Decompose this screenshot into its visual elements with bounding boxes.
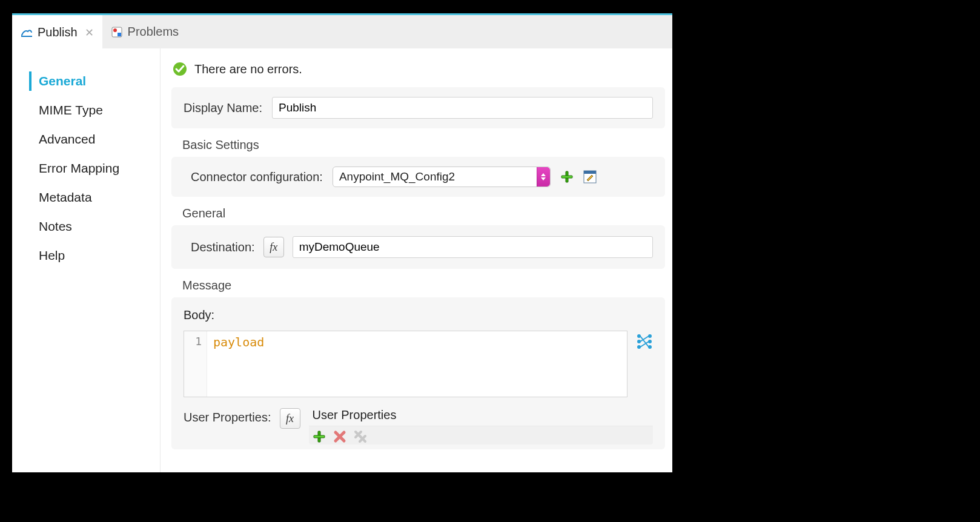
chevron-updown-icon: [537, 167, 550, 187]
user-properties-heading: User Properties: [313, 408, 654, 422]
svg-point-10: [638, 340, 640, 343]
code-gutter: 1: [184, 331, 207, 397]
svg-point-9: [638, 335, 640, 337]
body-label: Body:: [184, 308, 653, 322]
sidebar-item-metadata[interactable]: Metadata: [12, 183, 160, 212]
destination-input[interactable]: [293, 236, 653, 258]
delete-property-button[interactable]: [333, 430, 346, 443]
status-row: There are no errors.: [173, 62, 665, 76]
sidebar-item-label: Error Mapping: [39, 161, 119, 176]
svg-point-14: [649, 346, 651, 348]
display-name-label: Display Name:: [184, 101, 262, 115]
tab-publish-label: Publish: [38, 25, 78, 39]
fx-toggle-destination[interactable]: fx: [263, 237, 284, 257]
tab-publish[interactable]: Publish ✕: [12, 15, 102, 48]
user-properties-toolbar-box: [309, 426, 654, 444]
add-property-button[interactable]: [313, 430, 326, 443]
sidebar-item-label: Metadata: [39, 190, 92, 205]
code-token: payload: [213, 335, 264, 349]
display-name-input[interactable]: [272, 97, 653, 119]
display-name-panel: Display Name:: [171, 87, 665, 128]
publish-icon: [21, 27, 33, 39]
body-code-wrap: 1 payload: [184, 331, 653, 397]
connector-config-label: Connector configuration:: [191, 170, 323, 184]
body-code-editor[interactable]: 1 payload: [184, 331, 627, 397]
code-content: payload: [207, 331, 270, 397]
general-panel: Destination: fx: [171, 225, 665, 269]
sidebar-item-error-mapping[interactable]: Error Mapping: [12, 154, 160, 183]
content-area: There are no errors. Display Name: Basic…: [161, 48, 672, 472]
problems-icon: [111, 26, 123, 38]
svg-point-11: [638, 346, 640, 348]
check-icon: [173, 62, 187, 76]
tab-problems[interactable]: Problems: [102, 15, 187, 48]
svg-rect-16: [314, 435, 325, 438]
sidebar-item-help[interactable]: Help: [12, 241, 160, 270]
basic-settings-panel: Connector configuration: Anypoint_MQ_Con…: [171, 157, 665, 197]
message-panel: Body: 1 payload User Properties: fx User…: [171, 297, 665, 449]
fx-toggle-user-properties[interactable]: fx: [280, 408, 300, 429]
svg-point-2: [113, 28, 117, 32]
svg-point-12: [649, 335, 651, 337]
sidebar-item-label: Help: [39, 248, 65, 263]
add-config-button[interactable]: [560, 170, 574, 183]
svg-rect-6: [561, 176, 572, 178]
destination-label: Destination:: [191, 240, 255, 254]
work-area: General MIME Type Advanced Error Mapping…: [12, 48, 672, 472]
status-text: There are no errors.: [194, 62, 302, 76]
transform-icon[interactable]: [636, 333, 653, 350]
delete-all-properties-button: [354, 430, 367, 443]
user-properties-toolbar: [309, 426, 654, 444]
tab-bar: Publish ✕ Problems: [12, 13, 672, 48]
general-heading: General: [182, 206, 665, 220]
svg-rect-0: [21, 36, 32, 37]
sidebar: General MIME Type Advanced Error Mapping…: [12, 48, 161, 472]
message-heading: Message: [182, 279, 665, 292]
tab-problems-label: Problems: [128, 25, 179, 39]
sidebar-item-advanced[interactable]: Advanced: [12, 125, 160, 154]
connector-config-value: Anypoint_MQ_Config2: [339, 170, 455, 183]
app-window: Publish ✕ Problems General MIME Type Adv…: [12, 13, 672, 472]
svg-point-13: [649, 340, 651, 343]
sidebar-item-notes[interactable]: Notes: [12, 212, 160, 241]
edit-config-button[interactable]: [583, 170, 597, 183]
sidebar-item-label: General: [39, 74, 86, 88]
sidebar-item-label: Advanced: [39, 132, 95, 147]
basic-settings-heading: Basic Settings: [182, 138, 665, 152]
close-icon[interactable]: ✕: [85, 26, 94, 39]
user-properties-box-wrap: User Properties: [309, 408, 654, 444]
svg-rect-8: [584, 171, 596, 174]
user-properties-label: User Properties:: [184, 408, 271, 425]
user-properties-row: User Properties: fx User Properties: [184, 408, 653, 444]
sidebar-item-mime-type[interactable]: MIME Type: [12, 96, 160, 125]
svg-rect-3: [118, 33, 121, 36]
sidebar-item-general[interactable]: General: [12, 67, 160, 96]
sidebar-item-label: Notes: [39, 219, 72, 234]
connector-config-select[interactable]: Anypoint_MQ_Config2: [333, 167, 551, 187]
sidebar-item-label: MIME Type: [39, 103, 103, 117]
